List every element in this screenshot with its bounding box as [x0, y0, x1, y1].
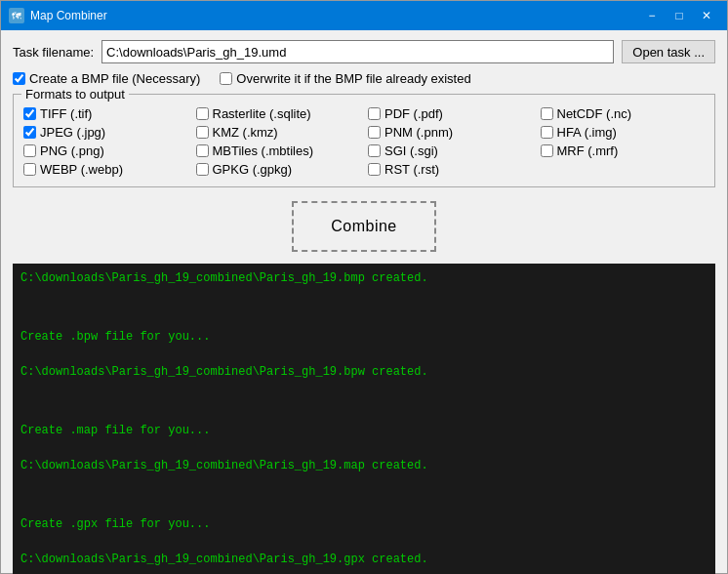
format-checkbox-0[interactable] — [23, 107, 36, 120]
formats-group: Formats to output TIFF (.tif)Rasterlite … — [13, 94, 715, 187]
window-icon: 🗺 — [9, 8, 24, 23]
format-item-tifftif[interactable]: TIFF (.tif) — [23, 106, 188, 121]
format-label-8: PNG (.png) — [40, 144, 104, 158]
format-checkbox-5[interactable] — [196, 126, 209, 139]
minimize-button[interactable]: − — [639, 6, 665, 25]
task-filename-label: Task filename: — [13, 45, 94, 60]
format-label-5: KMZ (.kmz) — [213, 125, 278, 140]
overwrite-option[interactable]: Overwrite it if the BMP file already exi… — [220, 71, 470, 86]
format-item-kmzkmz[interactable]: KMZ (.kmz) — [196, 125, 361, 140]
format-item-rstrst[interactable]: RST (.rst) — [368, 162, 533, 177]
format-checkbox-10[interactable] — [368, 144, 381, 157]
format-checkbox-2[interactable] — [368, 107, 381, 120]
format-label-4: JPEG (.jpg) — [40, 125, 105, 140]
format-checkbox-6[interactable] — [368, 126, 381, 139]
format-checkbox-11[interactable] — [541, 144, 553, 157]
create-bmp-option[interactable]: Create a BMP file (Necessary) — [13, 71, 200, 86]
format-label-10: SGI (.sgi) — [384, 144, 438, 158]
format-item-rasterlitesqlite[interactable]: Rasterlite (.sqlite) — [196, 106, 361, 121]
format-item-mbtilesmbtiles[interactable]: MBTiles (.mbtiles) — [196, 144, 361, 158]
task-filename-input[interactable] — [101, 40, 614, 63]
options-row: Create a BMP file (Necessary) Overwrite … — [13, 71, 715, 86]
maximize-button[interactable]: □ — [667, 6, 692, 25]
format-checkbox-14[interactable] — [368, 163, 381, 176]
output-line — [20, 398, 708, 404]
create-bmp-checkbox[interactable] — [13, 72, 25, 85]
format-checkbox-9[interactable] — [196, 144, 209, 157]
output-line: C:\downloads\Paris_gh_19_combined\Paris_… — [20, 551, 708, 568]
title-bar: 🗺 Map Combiner − □ ✕ — [1, 1, 727, 30]
format-label-2: PDF (.pdf) — [384, 106, 443, 121]
format-item-jpegjpg[interactable]: JPEG (.jpg) — [23, 125, 188, 140]
open-task-button[interactable]: Open task ... — [622, 40, 715, 63]
format-label-12: WEBP (.webp) — [40, 162, 123, 177]
output-line: Create .bpw file for you... — [20, 328, 708, 346]
overwrite-label: Overwrite it if the BMP file already exi… — [236, 71, 470, 86]
format-item-pdfpdf[interactable]: PDF (.pdf) — [368, 106, 533, 121]
main-content: Task filename: Open task ... Create a BM… — [1, 30, 727, 574]
format-item-hfaimg[interactable]: HFA (.img) — [541, 125, 706, 140]
format-label-7: HFA (.img) — [557, 125, 617, 140]
format-label-1: Rasterlite (.sqlite) — [213, 106, 311, 121]
output-line: Create .gpx file for you... — [20, 515, 708, 533]
format-label-14: RST (.rst) — [384, 162, 439, 177]
main-window: 🗺 Map Combiner − □ ✕ Task filename: Open… — [0, 0, 728, 574]
task-filename-row: Task filename: Open task ... — [13, 40, 715, 63]
combine-row: Combine — [13, 201, 715, 252]
format-checkbox-13[interactable] — [196, 163, 209, 176]
format-item-netcdfnc[interactable]: NetCDF (.nc) — [541, 106, 706, 121]
format-item-gpkggpkg[interactable]: GPKG (.gpkg) — [196, 162, 361, 177]
output-line: C:\downloads\Paris_gh_19_combined\Paris_… — [20, 269, 708, 287]
format-label-3: NetCDF (.nc) — [557, 106, 632, 121]
format-item-pnmpnm[interactable]: PNM (.pnm) — [368, 125, 533, 140]
output-line: C:\downloads\Paris_gh_19_combined\Paris_… — [20, 457, 708, 474]
output-area: C:\downloads\Paris_gh_19_combined\Paris_… — [13, 264, 715, 574]
combine-button[interactable]: Combine — [292, 201, 436, 252]
output-line: C:\downloads\Paris_gh_19_combined\Paris_… — [20, 363, 708, 381]
output-line — [20, 305, 708, 310]
formats-legend: Formats to output — [21, 87, 129, 102]
format-item-webpwebp[interactable]: WEBP (.webp) — [23, 162, 188, 177]
format-checkbox-3[interactable] — [541, 107, 553, 120]
formats-grid: TIFF (.tif)Rasterlite (.sqlite)PDF (.pdf… — [23, 106, 705, 177]
format-checkbox-8[interactable] — [23, 144, 36, 157]
format-label-11: MRF (.mrf) — [557, 144, 619, 158]
close-button[interactable]: ✕ — [694, 6, 719, 25]
format-item-mrfmrf[interactable]: MRF (.mrf) — [541, 144, 706, 158]
format-label-13: GPKG (.gpkg) — [213, 162, 293, 177]
format-item-sgisgi[interactable]: SGI (.sgi) — [368, 144, 533, 158]
format-checkbox-1[interactable] — [196, 107, 209, 120]
create-bmp-label: Create a BMP file (Necessary) — [29, 71, 200, 86]
output-line — [20, 492, 708, 498]
window-controls: − □ ✕ — [639, 6, 719, 25]
overwrite-checkbox[interactable] — [220, 72, 232, 85]
format-item-pngpng[interactable]: PNG (.png) — [23, 144, 188, 158]
format-label-9: MBTiles (.mbtiles) — [213, 144, 314, 158]
format-checkbox-12[interactable] — [23, 163, 36, 176]
format-label-6: PNM (.pnm) — [384, 125, 453, 140]
format-checkbox-7[interactable] — [541, 126, 553, 139]
window-title: Map Combiner — [30, 9, 639, 22]
format-label-0: TIFF (.tif) — [40, 106, 92, 121]
format-checkbox-4[interactable] — [23, 126, 36, 139]
output-line: Create .map file for you... — [20, 422, 708, 439]
